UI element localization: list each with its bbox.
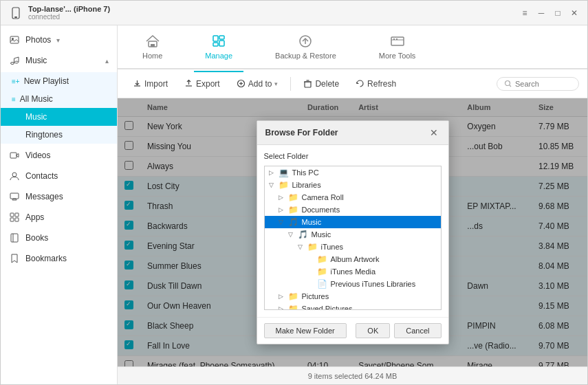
svg-rect-1 (14, 16, 17, 18)
nav-tabs: Home Manage (118, 25, 587, 69)
tools-tab-icon (390, 34, 405, 49)
ok-button[interactable]: OK (356, 323, 390, 338)
refresh-icon (356, 79, 364, 88)
svg-point-5 (15, 61, 19, 63)
tree-item[interactable]: ▷📁Documents (265, 204, 441, 216)
toolbar: Import Export Add to ▾ (118, 69, 587, 98)
tree-item[interactable]: 📁Album Artwork (265, 253, 441, 265)
sidebar-item-ringtones[interactable]: Ringtones (1, 126, 117, 144)
sidebar-item-all-music[interactable]: ≡ All Music (1, 90, 117, 108)
export-icon (184, 79, 193, 88)
music-active-label: Music (25, 112, 47, 122)
right-panel: Home Manage (118, 25, 587, 384)
tree-item[interactable]: 📄Previous iTunes Libraries (265, 278, 441, 290)
tree-item[interactable]: 📁iTunes Media (265, 265, 441, 278)
maximize-button[interactable]: □ (553, 8, 563, 18)
photos-icon (9, 34, 20, 45)
tree-item-label: Camera Roll (302, 193, 344, 201)
svg-rect-16 (151, 44, 155, 47)
tree-item-label: This PC (292, 168, 319, 177)
tab-manage[interactable]: Manage (194, 28, 243, 65)
tree-item-label: Pictures (302, 292, 329, 300)
menu-button[interactable]: ≡ (520, 8, 530, 18)
tab-tools[interactable]: More Tools (368, 28, 427, 65)
manage-tab-icon (211, 34, 226, 49)
svg-rect-8 (10, 193, 19, 199)
sidebar-top-section: Photos ▾ Music ▴ (1, 25, 117, 273)
sidebar-item-contacts[interactable]: Contacts (1, 166, 117, 186)
tree-item-label: Libraries (292, 181, 321, 189)
import-icon (133, 79, 142, 88)
tree-item-label: Music (302, 218, 322, 226)
tab-tools-label: More Tools (379, 52, 416, 60)
addto-icon (237, 79, 246, 88)
svg-rect-24 (393, 38, 395, 40)
minimize-button[interactable]: ─ (536, 8, 546, 18)
tree-item-label: Album Artwork (331, 255, 380, 263)
tree-item-label: iTunes Media (331, 267, 376, 276)
backup-tab-icon (298, 34, 313, 49)
apps-icon (9, 212, 20, 223)
tree-item[interactable]: ▽📁iTunes (265, 241, 441, 253)
tree-item[interactable]: ▽📁Libraries (265, 179, 441, 191)
tree-chevron: ▽ (269, 182, 276, 188)
search-input[interactable] (515, 80, 570, 88)
app-window: Top-lanse'... (iPhone 7) connected ≡ ─ □… (0, 0, 588, 385)
tree-item[interactable]: ▷📁Camera Roll (265, 191, 441, 204)
sidebar-item-books[interactable]: Books (1, 228, 117, 248)
tree-item[interactable]: ▽🎵Music (265, 216, 441, 228)
tree-item[interactable]: ▽🎵Music (265, 228, 441, 241)
make-new-folder-button[interactable]: Make New Folder (264, 323, 347, 338)
status-text: 9 items selected 64.24 MB (308, 372, 398, 380)
tree-chevron: ▽ (298, 243, 305, 250)
tree-item-label: iTunes (321, 243, 344, 251)
tree-chevron: ▷ (279, 293, 285, 300)
sidebar-item-photos[interactable]: Photos ▾ (1, 30, 117, 50)
ringtones-label: Ringtones (25, 130, 63, 140)
sidebar-item-apps[interactable]: Apps (1, 207, 117, 228)
books-icon (9, 232, 20, 243)
tree-item-icon: 💻 (279, 168, 289, 177)
tree-item-icon: 📁 (317, 254, 327, 264)
delete-button[interactable]: Delete (296, 76, 346, 92)
apps-label: Apps (25, 212, 44, 222)
sidebar-item-new-playlist[interactable]: ≡+ New Playlist (1, 72, 117, 90)
tree-item-icon: 🎵 (288, 217, 298, 227)
sidebar-item-bookmarks[interactable]: Bookmarks (1, 248, 117, 269)
import-button[interactable]: Import (126, 76, 175, 92)
sidebar-item-videos[interactable]: Videos (1, 145, 117, 166)
tree-chevron: ▽ (288, 231, 295, 238)
tab-home[interactable]: Home (131, 28, 173, 65)
addto-label: Add to (248, 79, 272, 89)
dialog-close-button[interactable]: ✕ (428, 126, 440, 139)
tree-item-icon: 📁 (288, 292, 298, 301)
refresh-button[interactable]: Refresh (349, 76, 403, 92)
addto-button[interactable]: Add to ▾ (230, 76, 285, 92)
tree-chevron: ▷ (269, 169, 276, 176)
sidebar-item-music-active[interactable]: Music (1, 108, 117, 126)
close-button[interactable]: ✕ (569, 8, 579, 18)
dialog-footer: Make New Folder OK Cancel (257, 317, 448, 344)
sidebar: Photos ▾ Music ▴ (1, 25, 118, 384)
title-bar-left: Top-lanse'... (iPhone 7) connected (9, 5, 110, 21)
tab-backup[interactable]: Backup & Restore (264, 28, 347, 65)
sidebar-item-messages[interactable]: Messages (1, 186, 117, 207)
tree-item-icon: 📁 (288, 304, 298, 310)
all-music-icon: ≡ (12, 96, 16, 103)
refresh-label: Refresh (367, 79, 396, 89)
sidebar-music-header[interactable]: Music ▴ (1, 50, 117, 71)
delete-icon (303, 79, 312, 88)
search-box[interactable] (497, 77, 579, 91)
videos-label: Videos (25, 151, 50, 160)
messages-label: Messages (25, 192, 63, 201)
new-playlist-icon: ≡+ (12, 78, 20, 85)
toolbar-separator (290, 77, 291, 91)
folder-tree[interactable]: ▷💻This PC▽📁Libraries▷📁Camera Roll▷📁Docum… (264, 166, 442, 310)
svg-point-28 (505, 81, 510, 86)
export-button[interactable]: Export (177, 76, 227, 92)
tree-item[interactable]: ▷📁Saved Pictures (265, 302, 441, 310)
cancel-button[interactable]: Cancel (394, 323, 441, 338)
tree-item[interactable]: ▷📁Pictures (265, 290, 441, 302)
tree-item[interactable]: ▷💻This PC (265, 166, 441, 179)
tree-item-icon: 📁 (288, 205, 298, 214)
